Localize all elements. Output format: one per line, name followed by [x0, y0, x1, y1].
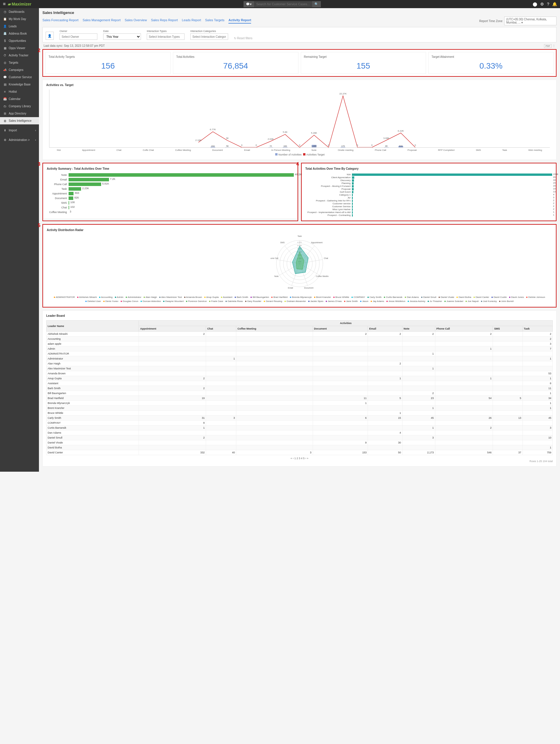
radar-legend-item[interactable]: Administrator — [126, 296, 142, 299]
svg-text:SMS: SMS — [280, 241, 285, 244]
svg-rect-13 — [384, 147, 389, 147]
radar-legend-item[interactable]: Joel Konecky — [481, 300, 497, 303]
tab-leads-report[interactable]: Leads Report — [182, 18, 201, 24]
radar-legend-item[interactable]: Graham Alexander — [285, 300, 306, 303]
radar-legend-item[interactable]: Gerard Reusing — [264, 300, 282, 303]
notifications-icon[interactable]: 🔔 — [552, 2, 557, 6]
filter-owner-input[interactable] — [60, 33, 97, 40]
sidebar-item-knowledge-base[interactable]: ▤Knowledge Base — [0, 81, 39, 88]
radar-legend-item[interactable]: Joanne Soledad — [444, 300, 463, 303]
radar-legend-item[interactable]: Brent Kranzler — [314, 296, 331, 299]
tab-sales-overview[interactable]: Sales Overview — [125, 18, 147, 24]
radar-legend-item[interactable]: Daniel Vivale — [439, 296, 454, 299]
search-button[interactable]: 🔍 — [312, 1, 321, 7]
tab-sales-forecasting-report[interactable]: Sales Forecasting Report — [42, 18, 78, 24]
radar-legend-item[interactable]: Jason — [360, 300, 368, 303]
tab-sales-reps-report[interactable]: Sales Reps Report — [151, 18, 178, 24]
radar-legend-item[interactable]: Gabriela Rivas — [225, 300, 243, 303]
radar-legend-item[interactable]: Amanda Brown — [184, 296, 202, 299]
sidebar-item-app-directory[interactable]: ⊞App Directory — [0, 110, 39, 117]
sidebar-item-sales-intelligence[interactable]: ◍Sales Intelligence — [0, 117, 39, 124]
filter-types-input[interactable] — [147, 33, 185, 40]
tab-sales-management-report[interactable]: Sales Management Report — [82, 18, 121, 24]
radar-legend-item[interactable]: ADMINISTRATOR — [54, 296, 75, 299]
radar-legend-item[interactable]: Denis Yunev — [103, 300, 118, 303]
settings-icon[interactable]: ⚙ — [540, 2, 544, 6]
kpi-label: Total Activity Targets — [48, 55, 167, 59]
radar-legend-item[interactable]: David Jones — [509, 296, 524, 299]
radar-legend-item[interactable]: Assistant — [221, 296, 232, 299]
help-icon[interactable]: ? — [547, 2, 549, 6]
radar-legend-item[interactable]: Florence Gendron — [186, 300, 207, 303]
sidebar-item-dashboards[interactable]: ◷Dashboards — [0, 8, 39, 15]
sidebar-item-hotlist[interactable]: ≡Hotlist — [0, 88, 39, 95]
category-bar-row: Proposal14 — [305, 188, 553, 190]
export-pdf-button[interactable]: PDF — [544, 44, 552, 48]
reset-filters-button[interactable]: ↻ Reset filters — [234, 37, 253, 40]
radar-legend-item[interactable]: James D'mas — [326, 300, 342, 303]
menu-icon[interactable]: ≡ — [3, 1, 5, 7]
radar-legend-item[interactable]: Jesse Middleton — [386, 300, 405, 303]
radar-legend-item[interactable]: David Botha — [456, 296, 471, 299]
radar-legend-item[interactable]: Jane Smith — [344, 300, 358, 303]
timezone-select[interactable]: (UTC+05:30) Chennai, Kolkata, Mumbai, ..… — [504, 16, 557, 25]
filter-date-select[interactable]: This Year — [103, 33, 141, 40]
radar-legend-item[interactable]: Gary Rossiter — [245, 300, 262, 303]
radar-legend-item[interactable]: Brenda Mlynarczyk — [290, 296, 312, 299]
sidebar-item-label: My Work Day — [9, 17, 26, 21]
radar-legend-item[interactable]: Duncan Alderdice — [141, 300, 161, 303]
table-pager[interactable]: « ‹ 1 2 3 4 5 › » — [46, 457, 553, 460]
radar-legend-item[interactable]: Joe Napoli — [465, 300, 479, 303]
owner-picker-icon[interactable]: 👤 — [46, 32, 54, 40]
global-search-input[interactable] — [254, 1, 312, 7]
radar-legend-item[interactable]: Jessica Aubrey — [408, 300, 425, 303]
radar-legend-item[interactable]: Douglas Ceron — [121, 300, 138, 303]
svg-text:616: 616 — [399, 145, 403, 147]
radar-legend-item[interactable]: Bruce Whittle — [333, 296, 349, 299]
sidebar-item-customer-service[interactable]: 💬Customer Service — [0, 74, 39, 81]
sidebar-item-leads[interactable]: 👤Leads — [0, 23, 39, 30]
radar-legend-item[interactable]: Barb Smith — [234, 296, 248, 299]
radar-legend-item[interactable]: Dwayne Woodard — [163, 300, 184, 303]
category-bar-row: Planning15 — [305, 182, 553, 185]
radar-legend-item[interactable]: Daniel Smull — [421, 296, 436, 299]
radar-legend-item[interactable]: Alex Maximizer Test — [159, 296, 182, 299]
sidebar-item-calendar[interactable]: 📅Calendar — [0, 95, 39, 103]
radar-legend-item[interactable]: Frank Case — [209, 300, 223, 303]
radar-legend-item[interactable]: David Canter — [474, 296, 489, 299]
radar-legend-item[interactable]: Anup Gupta — [204, 296, 219, 299]
radar-legend-item[interactable]: Jo Thrasher — [428, 300, 442, 303]
tab-activity-report[interactable]: Activity Report — [228, 18, 251, 24]
sidebar-item-company-library[interactable]: 🗀Company Library — [0, 103, 39, 110]
radar-legend-item[interactable]: Curtis Barransik — [384, 296, 403, 299]
radar-legend-item[interactable]: Brad Hartfield — [271, 296, 288, 299]
filter-categories-input[interactable] — [190, 33, 228, 40]
radar-legend-item[interactable]: Admin — [115, 296, 123, 299]
radar-legend-item[interactable]: Bill Baumgarten — [251, 296, 269, 299]
radar-legend-item[interactable]: John Burrell — [499, 300, 514, 303]
sidebar-item-import[interactable]: ⬇Import› — [0, 127, 39, 134]
sidebar-item-administration-[interactable]: ⚙Administration >› — [0, 136, 39, 144]
radar-legend-item[interactable]: Jay Adams — [371, 300, 384, 303]
radar-legend-item[interactable]: Deleted User — [85, 300, 101, 303]
sidebar-item-activity-tracker[interactable]: ⏱Activity Tracker — [0, 52, 39, 59]
radar-legend-item[interactable]: Jackie Sipes — [308, 300, 324, 303]
radar-legend-item[interactable]: Abhishek Mirashi — [77, 296, 97, 299]
radar-legend-item[interactable]: Dan Adams — [405, 296, 419, 299]
sidebar-item-campaigns[interactable]: 📣Campaigns — [0, 66, 39, 74]
user-avatar-icon[interactable]: ⬤ — [533, 2, 537, 6]
radar-legend-item[interactable]: Carly Smith — [367, 296, 381, 299]
sidebar-item-address-book[interactable]: 📇Address Book — [0, 30, 39, 37]
radar-legend-item[interactable]: David Costin — [491, 296, 507, 299]
sidebar-item-my-work-day[interactable]: 📋My Work Day — [0, 15, 39, 23]
sidebar-item-opps-viewer[interactable]: ▦Opps Viewer — [0, 44, 39, 52]
more-menu-icon[interactable]: ⋮ — [553, 44, 555, 47]
search-scope-dropdown[interactable]: 💬▾ — [244, 1, 254, 7]
radar-legend-item[interactable]: Alan Haigh — [144, 296, 157, 299]
radar-legend-item[interactable]: Debbie Johnson — [526, 296, 545, 299]
radar-legend-item[interactable]: Accounting — [99, 296, 112, 299]
tab-sales-targets[interactable]: Sales Targets — [205, 18, 224, 24]
sidebar-item-targets[interactable]: ◎Targets — [0, 59, 39, 66]
sidebar-item-opportunities[interactable]: $Opportunities — [0, 37, 39, 44]
radar-legend-item[interactable]: COMPANY — [351, 296, 365, 299]
